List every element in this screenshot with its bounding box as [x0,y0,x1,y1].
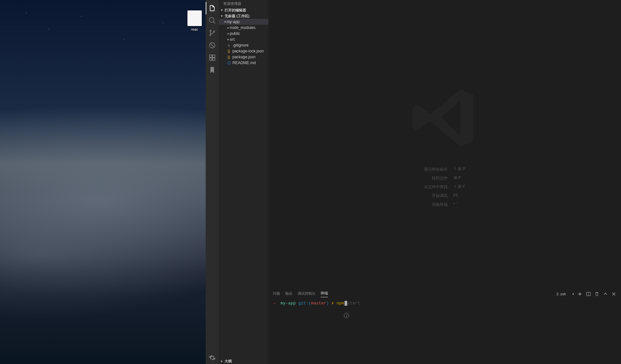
tree-item-label: src [230,36,235,42]
chevron-right-icon: ▸ [227,36,230,42]
open-editors-label: 打开的编辑器 [225,7,246,13]
tree-item-label: README.md [232,60,256,66]
panel-tabs: 问题 输出 调试控制台 终端 2: zsh ▾ [268,289,621,299]
hint-label: 显示所有命令 [424,167,448,172]
split-icon [586,292,591,296]
file-thumbnail-icon [187,10,202,26]
tree-item-label: node_modules [230,25,256,31]
chevron-down-icon: ▾ [220,13,223,19]
close-panel-button[interactable] [611,291,616,297]
terminal-cursor [345,301,347,306]
chevron-right-icon: ▸ [227,25,230,31]
terminal-suggestion: start [347,301,360,306]
hint-label: 开始调试 [424,193,448,199]
workspace-header[interactable]: ▾ 无标题 (工作区) [219,13,268,19]
outline-header[interactable]: ▸ 大纲 [219,358,268,364]
terminal-select[interactable]: 2: zsh [555,291,571,297]
json-file-icon: {} [227,54,231,60]
file-tree: ▾ my-app ▸ node_modules ▸ public ▸ src ◈ [219,19,268,358]
tree-item-label: public [230,31,240,36]
hint-key: ⇧ ⌘ F [453,184,466,190]
tree-file-package-lock[interactable]: {} package-lock.json [219,48,268,54]
activity-extensions[interactable] [206,51,219,64]
prompt-paren-open: ( [308,301,311,306]
search-icon [209,17,216,24]
welcome-hints: 显示所有命令 ⇧ ⌘ P 转到文件 ⌘ P 在文件中查找 ⇧ ⌘ F 开始调试 … [424,167,466,207]
hint-label: 转到文件 [424,175,448,181]
terminal[interactable]: → my-app git:(master) ✗ npmstart I [268,299,621,364]
hint-key: ⇧ ⌘ P [453,167,466,172]
activity-scm[interactable] [206,27,219,39]
editor-area: 显示所有命令 ⇧ ⌘ P 转到文件 ⌘ P 在文件中查找 ⇧ ⌘ F 开始调试 … [268,0,621,364]
prompt-dirty-indicator: ✗ [332,301,334,306]
info-file-icon: ⓘ [227,60,231,66]
bug-icon [209,42,216,49]
tree-item-label: my-app [227,19,240,25]
hint-key: ^ ` [453,202,466,207]
tree-folder-src[interactable]: ▸ src [219,36,268,42]
activity-settings[interactable] [206,352,219,364]
terminal-typed: npm [336,301,344,306]
terminal-controls: 2: zsh ▾ [555,291,616,297]
chevron-right-icon: ▸ [220,358,223,364]
open-editors-header[interactable]: ▾ 打开的编辑器 [219,7,268,13]
hint-key: ⌘ P [453,175,466,181]
tree-item-label: package-lock.json [232,48,264,54]
panel-tab-output[interactable]: 输出 [285,291,292,297]
workspace-label: 无标题 (工作区) [225,13,249,19]
extensions-icon [209,54,216,61]
bookmark-icon [209,66,216,74]
chevron-right-icon: ▸ [227,31,230,36]
sidebar-title: 资源管理器 [219,0,268,7]
bottom-panel: 问题 输出 调试控制台 终端 2: zsh ▾ [268,289,621,364]
tree-file-readme[interactable]: ⓘ README.md [219,60,268,66]
tree-item-label: .gitignore [232,42,248,48]
panel-tab-problems[interactable]: 问题 [273,291,280,297]
macos-desktop[interactable]: reac [0,0,206,364]
prompt-arrow: → [273,301,275,306]
activity-debug[interactable] [206,39,219,51]
activity-bookmark[interactable] [206,64,219,76]
outline-label: 大纲 [225,358,232,364]
welcome-screen: 显示所有命令 ⇧ ⌘ P 转到文件 ⌘ P 在文件中查找 ⇧ ⌘ F 开始调试 … [268,0,621,289]
activity-bar [206,0,219,364]
gear-icon [209,354,216,361]
tree-folder-my-app[interactable]: ▾ my-app [219,19,268,25]
desktop-file-icon[interactable]: reac [185,10,204,31]
git-branch-icon [209,29,216,36]
hint-label: 在文件中查找 [424,184,448,190]
files-icon [209,5,216,12]
plus-icon [578,292,582,296]
prompt-git-label: git: [298,301,308,306]
panel-tab-terminal[interactable]: 终端 [321,291,328,297]
tree-item-label: package.json [232,54,256,60]
tree-folder-public[interactable]: ▸ public [219,31,268,36]
desktop-file-label: reac [185,27,204,31]
prompt-branch: master [311,301,326,306]
vscode-window: 资源管理器 ▾ 打开的编辑器 ▾ 无标题 (工作区) ▾ my-app ▸ no… [206,0,621,364]
activity-search[interactable] [206,14,219,27]
explorer-sidebar: 资源管理器 ▾ 打开的编辑器 ▾ 无标题 (工作区) ▾ my-app ▸ no… [219,0,268,364]
trash-icon [595,292,599,296]
split-terminal-button[interactable] [586,291,591,297]
vscode-logo-icon [409,82,481,154]
panel-tab-debug-console[interactable]: 调试控制台 [298,291,316,297]
activity-explorer[interactable] [206,2,219,14]
tree-file-package-json[interactable]: {} package.json [219,54,268,60]
json-file-icon: {} [227,48,231,54]
chevron-up-icon [603,292,608,296]
prompt-paren-close: ) [326,301,329,306]
maximize-panel-button[interactable] [603,291,608,297]
tree-folder-node-modules[interactable]: ▸ node_modules [219,25,268,31]
close-icon [612,292,616,296]
hint-key: F5 [453,193,466,199]
prompt-dir: my-app [280,301,296,306]
chevron-down-icon: ▾ [220,7,223,13]
chevron-down-icon: ▾ [223,19,227,25]
kill-terminal-button[interactable] [594,291,599,297]
new-terminal-button[interactable] [577,291,583,297]
hint-label: 切换终端 [424,202,448,207]
tree-file-gitignore[interactable]: ◈ .gitignore [219,42,268,48]
text-cursor-icon: I [344,313,349,318]
gitignore-file-icon: ◈ [227,42,231,48]
